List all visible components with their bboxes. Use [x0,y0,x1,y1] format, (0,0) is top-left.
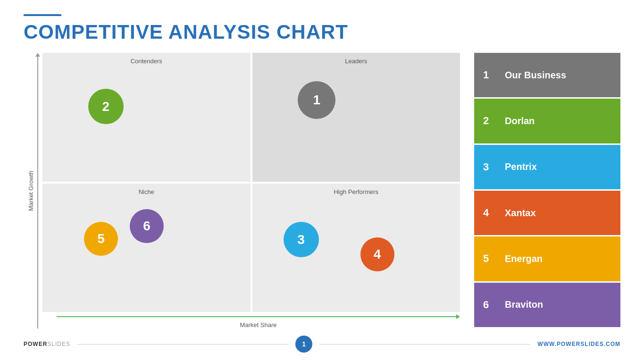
footer-line-left [77,344,288,345]
bubble-4: 4 [360,237,394,271]
legend-name-4: Xantax [498,191,620,235]
bubble-5: 5 [84,222,118,256]
legend-number-1: 1 [474,53,498,97]
quadrant-contenders: Contenders 2 [42,53,251,182]
title-blue: ANALYSIS CHART [168,21,348,43]
legend-item-1: 1 Our Business [474,53,620,97]
legend-item-2: 2 Dorlan [474,99,620,143]
quadrant-leaders: Leaders 1 [252,53,460,182]
legend-item-6: 6 Braviton [474,283,620,327]
legend-name-2: Dorlan [498,99,620,143]
legend-name-6: Braviton [498,283,620,327]
y-axis-label: Market Growth [24,53,35,328]
footer-brand-suffix: SLIDES [47,341,70,347]
x-axis-line [57,316,456,317]
legend-number-5: 5 [474,236,498,281]
legend-name-3: Pentrix [498,145,620,189]
quadrant-high-performers: High Performers 3 4 [252,184,460,312]
footer-brand: POWERSLIDES [24,341,70,347]
quadrant-niche: Niche 5 6 [42,184,251,312]
footer-website: WWW.POWERSLIDES.COM [537,341,620,347]
page-title: COMPETITIVE ANALYSIS CHART [24,21,620,43]
legend-item-5: 5 Energan [474,236,620,281]
legend-name-1: Our Business [498,53,620,97]
header-accent-line [24,14,61,16]
chart-area: Market Growth Contenders 2 [24,53,460,328]
niche-bubbles: 5 6 [42,184,251,312]
header: COMPETITIVE ANALYSIS CHART [24,14,620,43]
legend-number-2: 2 [474,99,498,143]
legend-number-4: 4 [474,191,498,235]
legend-item-3: 3 Pentrix [474,145,620,189]
leaders-bubbles: 1 [252,53,460,182]
bubble-3: 3 [284,222,319,257]
x-axis [57,314,460,319]
legend-number-6: 6 [474,283,498,327]
bubble-2: 2 [88,89,124,124]
title-black: COMPETITIVE [24,21,168,43]
footer-page-number: 1 [295,336,312,353]
legend-number-3: 3 [474,145,498,189]
y-axis-arrow [35,53,40,57]
main-content: Market Growth Contenders 2 [24,53,620,328]
footer-line-right [319,344,530,345]
high-performers-bubbles: 3 4 [252,184,460,312]
y-axis [35,53,40,328]
legend-item-4: 4 Xantax [474,191,620,235]
footer: POWERSLIDES 1 WWW.POWERSLIDES.COM [24,331,620,353]
y-axis-line [37,57,38,328]
bubble-6: 6 [130,209,164,243]
chart-with-axes: Market Growth Contenders 2 [24,53,460,328]
legend: 1 Our Business 2 Dorlan 3 Pentrix 4 Xant… [474,53,620,328]
x-axis-label: Market Share [57,321,460,328]
x-axis-arrow [456,314,460,319]
page: COMPETITIVE ANALYSIS CHART Market Growth [0,0,644,362]
quadrant-grid: Contenders 2 Leaders 1 [42,53,460,312]
contenders-bubbles: 2 [42,53,251,182]
legend-name-5: Energan [498,236,620,281]
bubble-1: 1 [298,81,335,119]
